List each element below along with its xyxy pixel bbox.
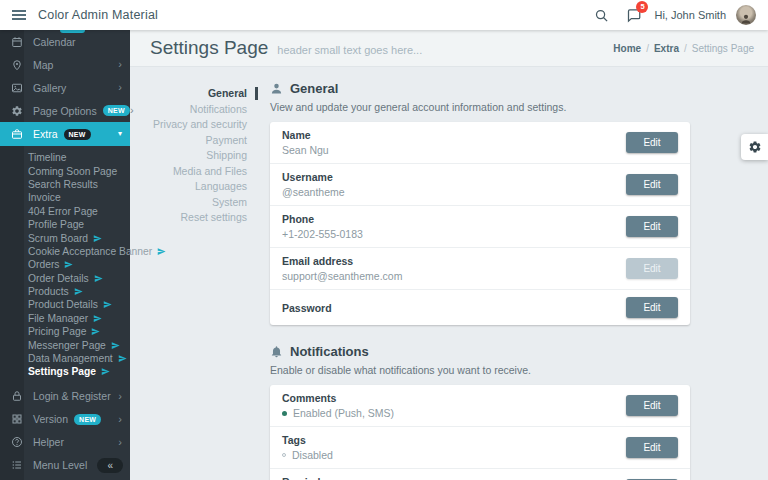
paper-plane-icon — [74, 287, 83, 296]
subitem-label: Pricing Page — [28, 326, 86, 337]
search-icon — [594, 8, 609, 23]
subitem-label: Profile Page — [28, 219, 84, 230]
sidebar-subitem-settings-page[interactable]: Settings Page — [0, 365, 130, 378]
settings-nav-payment[interactable]: Payment — [150, 133, 256, 149]
setting-row-email: Email address support@seantheme.com Edit — [270, 248, 690, 290]
gear-icon — [748, 140, 762, 154]
new-badge: NEW — [74, 414, 101, 425]
chevron-right-icon — [118, 59, 122, 70]
status-text: Disabled — [292, 449, 333, 461]
search-button[interactable] — [590, 4, 612, 26]
sidebar-subitem-file-manager[interactable]: File Manager — [0, 312, 130, 325]
sidebar-item-extra[interactable]: Extra NEW — [0, 122, 130, 146]
sidebar-item-gallery[interactable]: Gallery — [0, 76, 130, 99]
sidebar-subitem-search-results[interactable]: Search Results — [0, 178, 130, 191]
edit-comments-button[interactable]: Edit — [626, 395, 678, 416]
notifications-button[interactable]: 5 — [622, 4, 644, 26]
new-badge: NEW — [103, 105, 130, 116]
breadcrumb-current: Settings Page — [692, 43, 754, 54]
page-subtitle: header small text goes here... — [277, 40, 422, 56]
setting-row-text: Email address support@seantheme.com — [282, 255, 626, 282]
setting-value: @seantheme — [282, 186, 626, 198]
sidebar-subitem-invoice[interactable]: Invoice — [0, 191, 130, 204]
subitem-label: Product Details — [28, 299, 98, 310]
sidebar-subitem-product-details[interactable]: Product Details — [0, 298, 130, 311]
edit-name-button[interactable]: Edit — [626, 132, 678, 153]
settings-nav-privacy-and-security[interactable]: Privacy and security — [150, 117, 256, 133]
status-text: Enabled (Push, SMS) — [293, 407, 394, 419]
paper-plane-icon — [91, 327, 100, 336]
sidebar-item-label: Menu Level — [33, 459, 87, 471]
user-avatar[interactable] — [736, 5, 756, 25]
settings-nav-general[interactable]: General — [150, 86, 256, 102]
sidebar-subitem-timeline[interactable]: Timeline — [0, 151, 130, 164]
settings-nav-reset-settings[interactable]: Reset settings — [150, 210, 256, 226]
setting-row-text: Username @seantheme — [282, 171, 626, 198]
settings-nav-languages[interactable]: Languages — [150, 179, 256, 195]
edit-username-button[interactable]: Edit — [626, 174, 678, 195]
sidebar-item-version[interactable]: Version NEW — [0, 408, 130, 431]
hamburger-icon — [12, 14, 26, 16]
sidebar-item-label: Calendar — [33, 36, 76, 48]
paper-plane-icon — [103, 300, 112, 309]
edit-password-button[interactable]: Edit — [626, 297, 678, 318]
user-greeting: Hi, John Smith — [654, 9, 726, 21]
sidebar-item-calendar[interactable]: Calendar — [0, 30, 130, 53]
breadcrumb-home[interactable]: Home — [613, 43, 641, 54]
sidebar-item-helper[interactable]: Helper — [0, 431, 130, 454]
settings-nav-notifications[interactable]: Notifications — [150, 102, 256, 118]
notifications-card: Comments Enabled (Push, SMS) Edit Tags — [270, 385, 690, 480]
topbar-actions: 5 Hi, John Smith — [590, 4, 768, 26]
new-badge: NEW — [64, 129, 91, 140]
sidebar-subitem-cookie-acceptance-banner[interactable]: Cookie Acceptance Banner — [0, 245, 130, 258]
notifications-section-header: Notifications — [270, 344, 690, 359]
sidebar-subitem-order-details[interactable]: Order Details — [0, 272, 130, 285]
setting-row-text: Phone +1-202-555-0183 — [282, 213, 626, 240]
sidebar-item-label: Page Options — [33, 105, 97, 117]
enabled-dot-icon — [282, 411, 287, 416]
edit-phone-button[interactable]: Edit — [626, 216, 678, 237]
paper-plane-icon — [111, 341, 120, 350]
sidebar-item-map[interactable]: Map — [0, 53, 130, 76]
subitem-label: Cookie Acceptance Banner — [28, 246, 152, 257]
sidebar: Calendar Map Gallery Page Options NEW Ex… — [0, 30, 130, 480]
sidebar-subitem-pricing-page[interactable]: Pricing Page — [0, 325, 130, 338]
subitem-label: Invoice — [28, 192, 61, 203]
sidebar-subitem-messenger-page[interactable]: Messenger Page — [0, 338, 130, 351]
paper-plane-icon — [93, 234, 102, 243]
subitem-label: Data Management — [28, 353, 113, 364]
sidebar-item-login-register[interactable]: Login & Register — [0, 385, 130, 408]
sidebar-subitem-orders[interactable]: Orders — [0, 258, 130, 271]
sidebar-subitem-data-management[interactable]: Data Management — [0, 352, 130, 365]
map-pin-icon — [11, 59, 23, 71]
subitem-label: Search Results — [28, 179, 98, 190]
setting-label: Tags — [282, 434, 626, 446]
settings-nav-media-and-files[interactable]: Media and Files — [150, 164, 256, 180]
settings-nav-system[interactable]: System — [150, 195, 256, 211]
subitem-label: 404 Error Page — [28, 206, 98, 217]
subitem-label: Order Details — [28, 273, 89, 284]
person-icon — [740, 13, 752, 25]
menu-toggle-button[interactable] — [0, 0, 38, 30]
paper-plane-icon — [118, 354, 127, 363]
sidebar-item-label: Helper — [33, 436, 64, 448]
settings-nav-shipping[interactable]: Shipping — [150, 148, 256, 164]
sidebar-subitem-scrum-board[interactable]: Scrum Board — [0, 231, 130, 244]
sidebar-subitem-coming-soon-page[interactable]: Coming Soon Page — [0, 164, 130, 177]
general-section: General View and update your general acc… — [270, 81, 690, 325]
sidebar-item-page-options[interactable]: Page Options NEW — [0, 99, 130, 122]
theme-settings-button[interactable] — [741, 134, 768, 160]
gear-icon — [11, 105, 23, 117]
setting-label: Email address — [282, 255, 626, 267]
breadcrumb-extra[interactable]: Extra — [654, 43, 679, 54]
sidebar-subitem-404-error-page[interactable]: 404 Error Page — [0, 205, 130, 218]
sidebar-subitem-products[interactable]: Products — [0, 285, 130, 298]
edit-tags-button[interactable]: Edit — [626, 437, 678, 458]
setting-row-text: Name Sean Ngu — [282, 129, 626, 156]
setting-label: Username — [282, 171, 626, 183]
subitem-label: Products — [28, 286, 69, 297]
sidebar-subitem-profile-page[interactable]: Profile Page — [0, 218, 130, 231]
collapse-sidebar-button[interactable] — [97, 458, 123, 473]
image-icon — [11, 82, 23, 94]
subitem-label: Scrum Board — [28, 233, 88, 244]
